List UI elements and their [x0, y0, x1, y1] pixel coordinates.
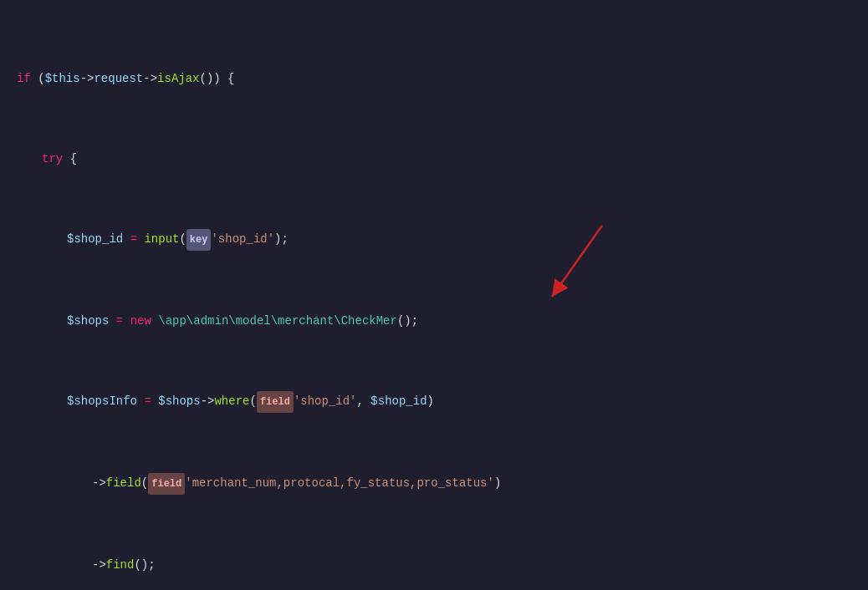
code-line-2: try { [0, 149, 868, 169]
code-line-1: if ($this->request->isAjax()) { [0, 69, 868, 89]
code-line-6: ->field(field'merchant_num,protocal,fy_s… [0, 473, 868, 495]
code-line-4: $shops = new \app\admin\model\merchant\C… [0, 311, 868, 331]
code-line-7: ->find(); [0, 555, 868, 575]
code-line-5: $shopsInfo = $shops->where(field'shop_id… [0, 391, 868, 413]
badge-where: field [257, 391, 294, 413]
code-line-3: $shop_id = input(key'shop_id'); [0, 229, 868, 251]
badge-key: key [186, 229, 212, 251]
badge-field: field [148, 473, 185, 495]
code-editor: if ($this->request->isAjax()) { try { $s… [0, 0, 868, 590]
code-block: if ($this->request->isAjax()) { try { $s… [0, 0, 868, 590]
